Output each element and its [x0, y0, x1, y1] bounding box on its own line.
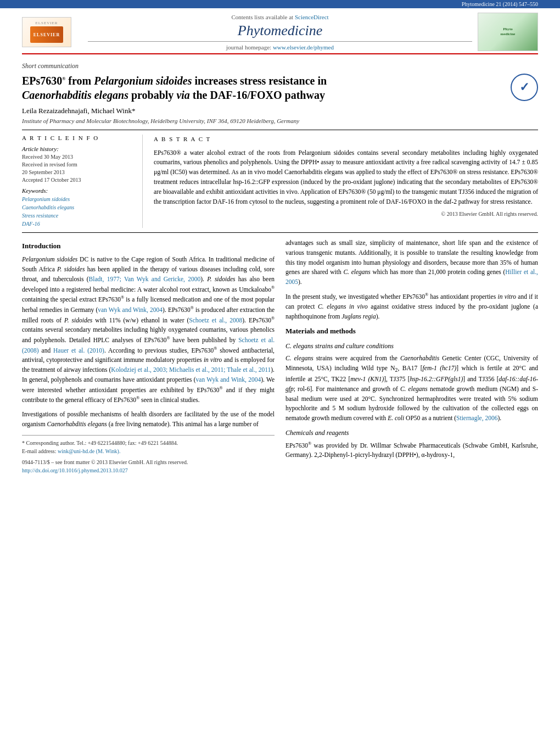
keyword-1: Pelargonium sidoides	[22, 195, 133, 203]
keywords-label: Keywords:	[22, 187, 133, 194]
footnote-section: * Corresponding author. Tel.: +49 622154…	[22, 435, 275, 475]
body-right-column: advantages such as small size, simplicit…	[285, 238, 538, 475]
ref-hillier[interactable]: Hillier et al., 2005	[285, 269, 538, 285]
body-content: Introduction Pelargonium sidoides DC is …	[22, 238, 538, 475]
authors: Leila Rezaizadehnajafi, Michael Wink*	[22, 107, 538, 115]
journal-citation: Phytomedicine 21 (2014) 547–550	[0, 0, 560, 8]
corresponding-author: * Corresponding author. Tel.: +49 622154…	[22, 439, 275, 448]
article-title-row: EPs7630® from Pelargonium sidoides incre…	[22, 74, 538, 107]
abstract-text: EPs7630® a water alcohol extract of the …	[154, 148, 538, 207]
ref-kolodziej[interactable]: Kolodziej et al., 2003; Michaelis et al.…	[111, 366, 271, 373]
intro-para-1: Pelargonium sidoides DC is native to the…	[22, 255, 275, 405]
chemicals-heading: Chemicals and reagents	[285, 428, 538, 438]
chemicals-para: EPs7630® was provided by Dr. Willmar Sch…	[285, 440, 538, 460]
intro-para-2: Investigations of possible mechanisms of…	[22, 410, 275, 429]
copyright-notice: © 2013 Elsevier GmbH. All rights reserve…	[154, 210, 538, 218]
journal-homepage: journal homepage: www.elsevier.de/phymed	[88, 44, 472, 51]
revised-date: 20 September 2013	[22, 169, 133, 176]
journal-header: ELSEVIER ELSEVIER Contents lists availab…	[22, 8, 538, 54]
ref-schoetz2008[interactable]: Schoetz et al., 2008	[189, 316, 242, 323]
and-text-1: and	[41, 276, 51, 282]
ref-bladt[interactable]: Bladt, 1977; Van Wyk and Gericke, 2000	[89, 276, 201, 282]
introduction-heading: Introduction	[22, 241, 275, 252]
body-left-column: Introduction Pelargonium sidoides DC is …	[22, 238, 275, 475]
homepage-url[interactable]: www.elsevier.de/phymed	[273, 44, 334, 51]
abstract-heading: A B S T R A C T	[154, 135, 538, 144]
affiliation: Institute of Pharmacy and Molecular Biot…	[22, 118, 538, 124]
abstract-column: A B S T R A C T EPs7630® a water alcohol…	[154, 135, 538, 228]
article-info-heading: A R T I C L E I N F O	[22, 135, 133, 141]
doi-line: http://dx.doi.org/10.1016/j.phymed.2013.…	[22, 466, 275, 475]
materials-methods-heading: Materials and methods	[285, 326, 538, 337]
strains-heading: C. elegans strains and culture condition…	[285, 341, 538, 352]
journal-name: Phytomedicine	[88, 23, 472, 39]
journal-title-area: Contents lists available at ScienceDirec…	[88, 14, 472, 51]
article-type: Short communication	[22, 62, 538, 70]
article-title: EPs7630® from Pelargonium sidoides incre…	[22, 74, 327, 102]
ref-hauer[interactable]: Hauer et al. (2010)	[53, 347, 104, 353]
ref-vanwyk2004[interactable]: van Wyk and Wink, 2004	[98, 306, 163, 313]
keyword-4: DAF-16	[22, 220, 133, 228]
elsevier-brand-logo: ELSEVIER ELSEVIER	[22, 17, 71, 47]
article-info-column: A R T I C L E I N F O Article history: R…	[22, 135, 143, 228]
received-date: Received 30 May 2013	[22, 153, 133, 161]
phytomedicine-logo: Phytomedicine	[478, 13, 538, 51]
phytomedicine-logo-area: Phytomedicine	[472, 13, 538, 51]
issn-line: 0944-7113/$ – see front matter © 2013 El…	[22, 458, 275, 467]
sciencedirect-link[interactable]: ScienceDirect	[295, 14, 329, 20]
ref-stiernagle[interactable]: Stiernagle, 2006	[456, 415, 497, 421]
accepted-date: Accepted 17 October 2013	[22, 176, 133, 184]
email-line: E-mail address: wink@uni-hd.de (M. Wink)…	[22, 447, 275, 456]
contents-label: Contents lists available at ScienceDirec…	[88, 14, 472, 20]
article-info-abstract-section: A R T I C L E I N F O Article history: R…	[22, 130, 538, 233]
keyword-3: Stress resistance	[22, 211, 133, 220]
doi-link[interactable]: http://dx.doi.org/10.1016/j.phymed.2013.…	[22, 467, 128, 473]
email-link[interactable]: wink@uni-hd.de (M. Wink).	[58, 448, 120, 454]
article-history-label: Article history:	[22, 146, 133, 152]
strains-para: C. elegans strains were acquired from th…	[285, 354, 538, 423]
ref-vanwyk2004b[interactable]: van Wyk and Wink, 2004	[196, 376, 261, 383]
elsevier-logo-area: ELSEVIER ELSEVIER	[22, 17, 88, 47]
right-para-2: In the present study, we investigated wh…	[285, 292, 538, 321]
right-para-1: advantages such as small size, simplicit…	[285, 238, 538, 287]
and-text-2: and	[220, 376, 229, 383]
keyword-2: Caenorhabditis elegans	[22, 203, 133, 211]
revised-label: Received in revised form	[22, 161, 133, 169]
crossmark-logo: ✓	[511, 74, 538, 101]
